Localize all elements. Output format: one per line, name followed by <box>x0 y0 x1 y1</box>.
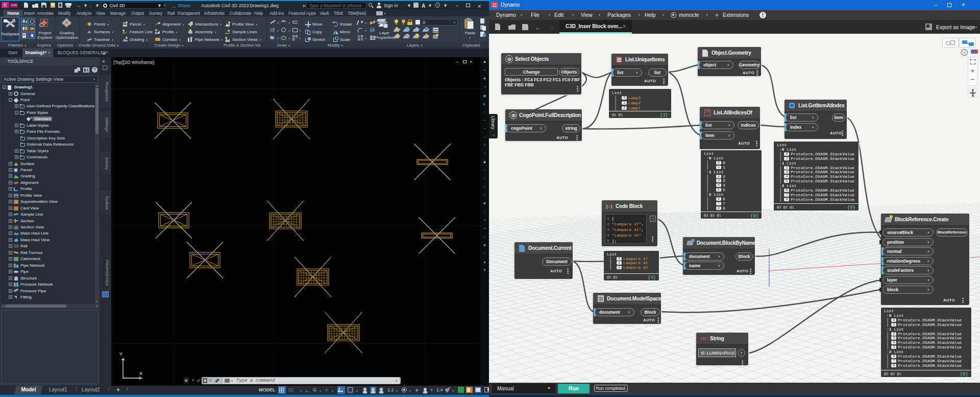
svg-text:X: X <box>139 371 142 376</box>
svg-text:Y: Y <box>119 352 122 357</box>
